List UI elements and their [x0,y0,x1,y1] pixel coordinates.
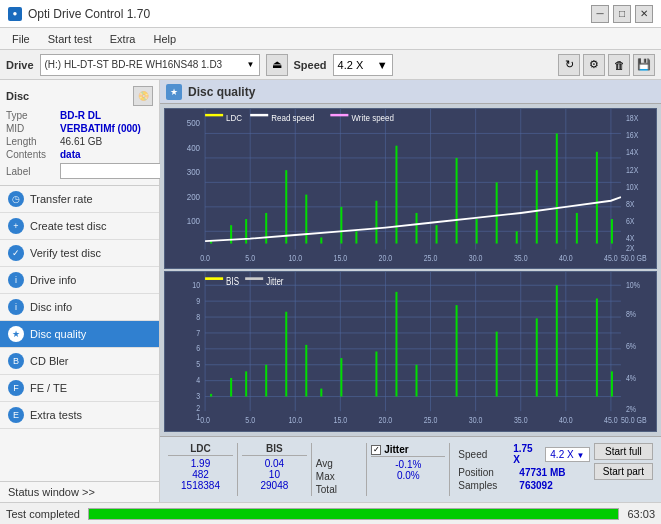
svg-rect-88 [210,394,212,397]
menu-help[interactable]: Help [145,31,184,47]
samples-value: 763092 [519,480,552,491]
stats-jitter-max: 0.0% [371,470,445,481]
nav-spacer [0,429,159,481]
svg-rect-94 [320,389,322,397]
svg-text:50.0 GB: 50.0 GB [621,415,647,425]
svg-text:0.0: 0.0 [200,253,210,263]
status-window-button[interactable]: Status window >> [0,481,159,502]
svg-text:10.0: 10.0 [288,253,302,263]
disc-mid-value: VERBATIMf (000) [60,123,141,134]
app-icon: ● [8,7,22,21]
svg-text:400: 400 [187,142,200,153]
delete-button[interactable]: 🗑 [608,54,630,76]
maximize-button[interactable]: □ [613,5,631,23]
close-button[interactable]: ✕ [635,5,653,23]
sidebar-item-verify-test-disc[interactable]: ✓ Verify test disc [0,240,159,267]
stats-bis-max: 10 [269,469,280,480]
menu-start-test[interactable]: Start test [40,31,100,47]
svg-rect-23 [340,207,342,244]
chart-bis: 10 9 8 7 6 5 4 3 2 1 10% 8% 6% 4% 2% [164,271,657,432]
svg-text:10: 10 [192,280,200,290]
disc-quality-icon: ★ [8,326,24,342]
svg-rect-34 [556,133,558,243]
svg-rect-100 [496,332,498,397]
save-button[interactable]: 💾 [633,54,655,76]
refresh-button[interactable]: ↻ [558,54,580,76]
bottom-stats-panel: LDC 1.99 482 1518384 BIS 0.04 10 29048 [160,436,661,502]
statusbar: Test completed 63:03 [0,502,661,524]
svg-rect-102 [556,285,558,396]
svg-rect-91 [265,365,267,397]
svg-rect-101 [536,318,538,396]
svg-text:18X: 18X [626,114,639,124]
chart-ldc-svg: 500 400 300 200 100 18X 16X 14X 12X 10X … [165,109,656,268]
speed-stat-label: Speed [458,449,507,460]
divider-3 [366,443,367,496]
svg-text:25.0: 25.0 [424,253,438,263]
svg-text:10%: 10% [626,280,641,290]
settings-button[interactable]: ⚙ [583,54,605,76]
sidebar-item-fe-te[interactable]: F FE / TE [0,375,159,402]
speed-select-display[interactable]: 4.2 X ▼ [545,447,590,462]
chart-ldc: 500 400 300 200 100 18X 16X 14X 12X 10X … [164,108,657,269]
disc-contents-row: Contents data [6,149,153,160]
content-area: ★ Disc quality [160,80,661,502]
speed-stat-value: 1.75 X [513,443,539,465]
svg-text:100: 100 [187,215,200,226]
disc-label-label: Label [6,166,56,177]
titlebar: ● Opti Drive Control 1.70 ─ □ ✕ [0,0,661,28]
sidebar-item-extra-tests[interactable]: E Extra tests [0,402,159,429]
total-label: Total [316,483,362,496]
svg-text:30.0: 30.0 [469,253,483,263]
sidebar-nav: ◷ Transfer rate + Create test disc ✓ Ver… [0,186,159,502]
svg-rect-97 [395,292,397,397]
stats-row-labels: Avg Max Total [316,443,362,496]
svg-text:40.0: 40.0 [559,415,573,425]
svg-text:300: 300 [187,166,200,177]
svg-rect-37 [611,219,613,243]
minimize-button[interactable]: ─ [591,5,609,23]
position-value: 47731 MB [519,467,565,478]
menubar: File Start test Extra Help [0,28,661,50]
sidebar-item-create-test-disc[interactable]: + Create test disc [0,213,159,240]
svg-text:9: 9 [196,296,200,306]
nav-label-drive-info: Drive info [30,274,76,286]
svg-rect-92 [285,312,287,397]
sidebar-item-cd-bler[interactable]: B CD Bler [0,348,159,375]
disc-length-row: Length 46.61 GB [6,136,153,147]
sidebar-item-disc-info[interactable]: i Disc info [0,294,159,321]
svg-rect-20 [285,170,287,243]
sidebar-item-disc-quality[interactable]: ★ Disc quality [0,321,159,348]
max-label: Max [316,470,362,483]
nav-label-disc-quality: Disc quality [30,328,86,340]
speed-selector[interactable]: 4.2 X ▼ [333,54,393,76]
eject-button[interactable]: ⏏ [266,54,288,76]
disc-image-button[interactable]: 📀 [133,86,153,106]
stats-col-ldc: LDC 1.99 482 1518384 [168,443,233,491]
sidebar-item-transfer-rate[interactable]: ◷ Transfer rate [0,186,159,213]
start-full-button[interactable]: Start full [594,443,653,460]
drive-label: Drive [6,59,34,71]
stats-bis-total: 29048 [260,480,288,491]
svg-rect-17 [230,225,232,243]
create-test-disc-icon: + [8,218,24,234]
jitter-checkbox[interactable]: ✓ [371,445,381,455]
start-part-button[interactable]: Start part [594,463,653,480]
svg-text:15.0: 15.0 [334,415,348,425]
drive-selector[interactable]: (H:) HL-DT-ST BD-RE WH16NS48 1.D3 ▼ [40,54,260,76]
jitter-header-label: Jitter [384,444,408,455]
drive-info-icon: i [8,272,24,288]
titlebar-controls: ─ □ ✕ [591,5,653,23]
disc-mid-row: MID VERBATIMf (000) [6,123,153,134]
svg-text:0.0: 0.0 [200,415,210,425]
svg-text:5.0: 5.0 [245,253,255,263]
speed-row: Speed 1.75 X 4.2 X ▼ [458,443,589,465]
menu-file[interactable]: File [4,31,38,47]
svg-rect-0 [165,109,656,268]
sidebar-item-drive-info[interactable]: i Drive info [0,267,159,294]
menu-extra[interactable]: Extra [102,31,144,47]
svg-text:Write speed: Write speed [351,112,394,123]
svg-text:500: 500 [187,117,200,128]
stats-area: LDC 1.99 482 1518384 BIS 0.04 10 29048 [168,441,653,498]
chart-bis-svg: 10 9 8 7 6 5 4 3 2 1 10% 8% 6% 4% 2% [165,272,656,431]
